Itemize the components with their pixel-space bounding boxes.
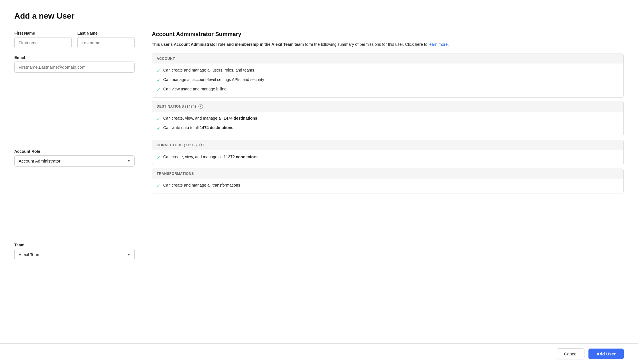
transformations-section-title: TRANSFORMATIONS <box>157 172 194 176</box>
list-item: ✓ Can manage all account-level settings … <box>157 77 619 84</box>
main-content: First Name Last Name Email Account Role <box>14 31 624 330</box>
account-perm-3: Can view usage and manage billing <box>163 86 227 92</box>
check-icon: ✓ <box>157 183 160 189</box>
first-name-label: First Name <box>14 31 72 35</box>
summary-panel: Account Administrator Summary This user'… <box>152 31 624 330</box>
connectors-section: CONNECTORS (11272) i ✓ Can create, view,… <box>152 140 624 165</box>
team-group: Team Alexil Team ▼ <box>14 243 135 330</box>
connectors-perm-1: Can create, view, and manage all 11272 c… <box>163 154 257 160</box>
list-item: ✓ Can create and manage all transformati… <box>157 183 619 189</box>
destinations-perm-2: Can write data to all 1474 destinations <box>163 125 233 131</box>
last-name-input[interactable] <box>77 37 135 48</box>
form-panel: First Name Last Name Email Account Role <box>14 31 135 330</box>
transformations-section: TRANSFORMATIONS ✓ Can create and manage … <box>152 169 624 193</box>
email-group: Email <box>14 55 135 142</box>
check-icon: ✓ <box>157 68 160 74</box>
list-item: ✓ Can view usage and manage billing <box>157 86 619 93</box>
account-role-group: Account Role Account Administrator ▼ <box>14 149 135 236</box>
footer: Cancel Add User <box>0 343 638 364</box>
destinations-permission-items: ✓ Can create, view, and manage all 1474 … <box>152 112 623 136</box>
account-perm-1: Can create and manage all users, roles, … <box>163 68 254 73</box>
account-role-select[interactable]: Account Administrator <box>14 155 135 167</box>
account-role-label: Account Role <box>14 149 135 154</box>
destinations-perm-1: Can create, view, and manage all 1474 de… <box>163 116 257 121</box>
first-name-group: First Name <box>14 31 72 48</box>
transformations-permission-items: ✓ Can create and manage all transformati… <box>152 179 623 193</box>
destinations-section: DESTINATIONS (1474) i ✓ Can create, view… <box>152 101 624 136</box>
account-role-select-wrapper: Account Administrator ▼ <box>14 155 135 167</box>
account-section-header: ACCOUNT <box>152 54 623 64</box>
name-row: First Name Last Name <box>14 31 135 48</box>
connectors-section-title: CONNECTORS (11272) <box>157 143 197 147</box>
check-icon: ✓ <box>157 77 160 84</box>
list-item: ✓ Can create, view, and manage all 1474 … <box>157 116 619 122</box>
summary-intro-bold: This user's Account Administrator role a… <box>152 42 304 47</box>
check-icon: ✓ <box>157 155 160 161</box>
summary-intro: This user's Account Administrator role a… <box>152 41 624 48</box>
email-input[interactable] <box>14 62 135 73</box>
account-perm-2: Can manage all account-level settings AP… <box>163 77 264 83</box>
summary-title: Account Administrator Summary <box>152 31 624 37</box>
first-name-input[interactable] <box>14 37 72 48</box>
team-label: Team <box>14 243 135 247</box>
team-select[interactable]: Alexil Team <box>14 249 135 260</box>
destinations-section-header: DESTINATIONS (1474) i <box>152 101 623 112</box>
page-title: Add a new User <box>14 11 624 21</box>
cancel-button[interactable]: Cancel <box>557 348 585 359</box>
check-icon: ✓ <box>157 87 160 93</box>
learn-more-link[interactable]: learn more <box>428 42 448 47</box>
account-section-title: ACCOUNT <box>157 57 175 61</box>
transformations-section-header: TRANSFORMATIONS <box>152 169 623 179</box>
destinations-info-icon[interactable]: i <box>198 104 203 109</box>
add-user-button[interactable]: Add User <box>588 349 624 359</box>
check-icon: ✓ <box>157 116 160 122</box>
team-select-wrapper: Alexil Team ▼ <box>14 249 135 260</box>
last-name-group: Last Name <box>77 31 135 48</box>
list-item: ✓ Can create and manage all users, roles… <box>157 68 619 74</box>
account-permission-items: ✓ Can create and manage all users, roles… <box>152 64 623 97</box>
list-item: ✓ Can write data to all 1474 destination… <box>157 125 619 132</box>
destinations-section-title: DESTINATIONS (1474) <box>157 104 196 108</box>
list-item: ✓ Can create, view, and manage all 11272… <box>157 154 619 161</box>
last-name-label: Last Name <box>77 31 135 35</box>
connectors-permission-items: ✓ Can create, view, and manage all 11272… <box>152 150 623 165</box>
connectors-info-icon[interactable]: i <box>199 143 204 147</box>
transformations-perm-1: Can create and manage all transformation… <box>163 183 240 188</box>
connectors-section-header: CONNECTORS (11272) i <box>152 140 623 150</box>
email-label: Email <box>14 55 135 60</box>
account-section: ACCOUNT ✓ Can create and manage all user… <box>152 54 624 98</box>
check-icon: ✓ <box>157 125 160 132</box>
